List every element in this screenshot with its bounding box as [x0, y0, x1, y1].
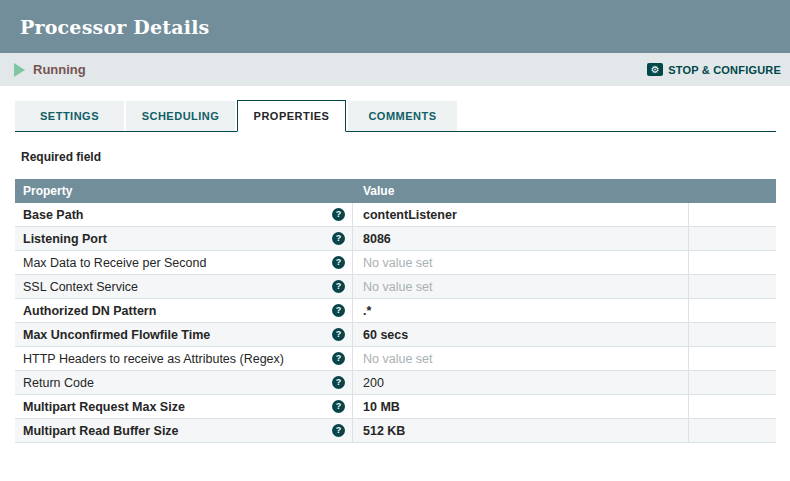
property-name: SSL Context Service [23, 280, 138, 294]
property-cell: Multipart Read Buffer Size? [15, 419, 353, 442]
tab-settings[interactable]: SETTINGS [15, 101, 124, 131]
tab-scheduling[interactable]: SCHEDULING [126, 101, 235, 131]
property-value-empty: No value set [363, 280, 432, 294]
table-row[interactable]: HTTP Headers to receive as Attributes (R… [15, 347, 776, 371]
property-name: Authorized DN Pattern [23, 304, 156, 318]
property-cell: SSL Context Service? [15, 275, 353, 298]
actions-cell [689, 275, 776, 298]
tab-properties[interactable]: PROPERTIES [237, 100, 346, 132]
play-icon [14, 63, 25, 77]
property-cell: Multipart Request Max Size? [15, 395, 353, 418]
value-cell[interactable]: 60 secs [353, 323, 689, 346]
status-text: Running [33, 62, 86, 77]
value-cell[interactable]: 512 KB [353, 419, 689, 442]
required-field-note: Required field [21, 150, 775, 164]
actions-cell [689, 371, 776, 394]
actions-cell [689, 299, 776, 322]
property-cell: Base Path? [15, 203, 353, 226]
property-cell: Authorized DN Pattern? [15, 299, 353, 322]
status-indicator: Running [14, 62, 86, 77]
property-name: Return Code [23, 376, 94, 390]
gear-icon: ⚙ [647, 63, 663, 76]
properties-table: Property Value Base Path?contentListener… [15, 179, 776, 443]
help-icon[interactable]: ? [332, 328, 345, 341]
dialog-title: Processor Details [20, 16, 210, 38]
property-cell: HTTP Headers to receive as Attributes (R… [15, 347, 353, 370]
property-cell: Max Unconfirmed Flowfile Time? [15, 323, 353, 346]
property-cell: Listening Port? [15, 227, 353, 250]
table-row[interactable]: Return Code?200 [15, 371, 776, 395]
stop-and-configure-button[interactable]: ⚙ STOP & CONFIGURE [647, 63, 781, 76]
table-row[interactable]: SSL Context Service?No value set [15, 275, 776, 299]
tabs: SETTINGSSCHEDULINGPROPERTIESCOMMENTS [15, 100, 776, 132]
table-row[interactable]: Multipart Request Max Size?10 MB [15, 395, 776, 419]
value-cell[interactable]: No value set [353, 251, 689, 274]
property-value-empty: No value set [363, 352, 432, 366]
property-value: 10 MB [363, 400, 400, 414]
table-row[interactable]: Base Path?contentListener [15, 203, 776, 227]
help-icon[interactable]: ? [332, 376, 345, 389]
property-name: Multipart Request Max Size [23, 400, 185, 414]
dialog-content: SETTINGSSCHEDULINGPROPERTIESCOMMENTS Req… [0, 100, 790, 443]
properties-table-body: Base Path?contentListenerListening Port?… [15, 203, 776, 443]
value-cell[interactable]: No value set [353, 275, 689, 298]
value-cell[interactable]: 8086 [353, 227, 689, 250]
actions-cell [689, 323, 776, 346]
status-bar: Running ⚙ STOP & CONFIGURE [0, 53, 790, 86]
property-value: 8086 [363, 232, 391, 246]
property-value: 512 KB [363, 424, 405, 438]
value-cell[interactable]: 10 MB [353, 395, 689, 418]
actions-cell [689, 251, 776, 274]
property-value: contentListener [363, 208, 457, 222]
table-row[interactable]: Max Data to Receive per Second?No value … [15, 251, 776, 275]
table-header: Property Value [15, 179, 776, 203]
property-name: Listening Port [23, 232, 107, 246]
property-name: Max Data to Receive per Second [23, 256, 206, 270]
value-cell[interactable]: No value set [353, 347, 689, 370]
column-header-property: Property [15, 184, 353, 198]
actions-cell [689, 419, 776, 442]
table-row[interactable]: Listening Port?8086 [15, 227, 776, 251]
table-row[interactable]: Max Unconfirmed Flowfile Time?60 secs [15, 323, 776, 347]
value-cell[interactable]: contentListener [353, 203, 689, 226]
actions-cell [689, 203, 776, 226]
stop-and-configure-label: STOP & CONFIGURE [668, 64, 781, 76]
actions-cell [689, 227, 776, 250]
tab-comments[interactable]: COMMENTS [348, 101, 457, 131]
property-value-empty: No value set [363, 256, 432, 270]
table-row[interactable]: Multipart Read Buffer Size?512 KB [15, 419, 776, 443]
dialog-header: Processor Details [0, 0, 790, 53]
help-icon[interactable]: ? [332, 256, 345, 269]
help-icon[interactable]: ? [332, 280, 345, 293]
help-icon[interactable]: ? [332, 352, 345, 365]
table-row[interactable]: Authorized DN Pattern?.* [15, 299, 776, 323]
property-value: 200 [363, 376, 384, 390]
property-cell: Return Code? [15, 371, 353, 394]
property-name: Max Unconfirmed Flowfile Time [23, 328, 210, 342]
help-icon[interactable]: ? [332, 208, 345, 221]
property-value: 60 secs [363, 328, 408, 342]
property-name: Base Path [23, 208, 83, 222]
property-value: .* [363, 304, 371, 318]
property-name: HTTP Headers to receive as Attributes (R… [23, 352, 284, 366]
property-name: Multipart Read Buffer Size [23, 424, 179, 438]
value-cell[interactable]: .* [353, 299, 689, 322]
column-header-value: Value [353, 184, 689, 198]
help-icon[interactable]: ? [332, 400, 345, 413]
help-icon[interactable]: ? [332, 304, 345, 317]
actions-cell [689, 395, 776, 418]
help-icon[interactable]: ? [332, 424, 345, 437]
actions-cell [689, 347, 776, 370]
value-cell[interactable]: 200 [353, 371, 689, 394]
help-icon[interactable]: ? [332, 232, 345, 245]
property-cell: Max Data to Receive per Second? [15, 251, 353, 274]
